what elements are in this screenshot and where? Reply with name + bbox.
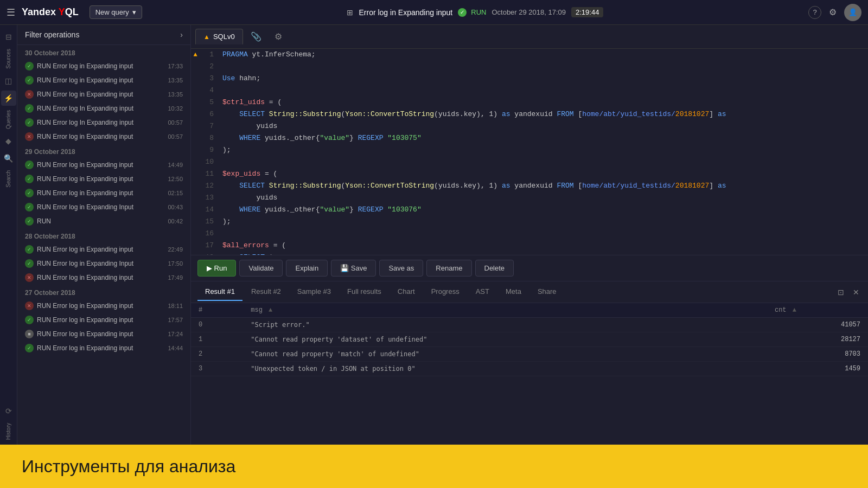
history-item[interactable]: ✓ RUN Error log in Expanding Input 00:43 (17, 200, 190, 214)
editor-toolbar: ▶ Run Validate Explain 💾 Save Save as Re… (191, 255, 868, 281)
tab-settings[interactable]: ⚙ (269, 28, 288, 45)
col-num: # (191, 303, 243, 318)
history-item-time: 13:35 (168, 77, 183, 84)
sidebar-item-sources[interactable]: ⊟ (1, 29, 16, 44)
cell-num: 1 (191, 332, 243, 347)
status-icon: ✕ (25, 301, 34, 310)
explain-button[interactable]: Explain (286, 260, 328, 277)
rename-button[interactable]: Rename (426, 260, 471, 277)
results-table-container[interactable]: # msg ▲ cnt ▲ 0 "Script error." 41057 1 … (191, 303, 868, 376)
history-item[interactable]: ✓ RUN Error log In Expanding input 00:57 (17, 115, 190, 130)
menu-icon[interactable]: ☰ (7, 7, 15, 18)
history-collapse-icon[interactable]: › (180, 30, 183, 39)
history-item-time: 17:49 (168, 274, 183, 281)
table-row[interactable]: 0 "Script error." 41057 (191, 318, 868, 332)
table-row[interactable]: 1 "Cannot read property 'dataset' of und… (191, 332, 868, 347)
status-icon: ✓ (25, 189, 34, 197)
avatar[interactable]: 👤 (844, 4, 861, 21)
history-item[interactable]: ✕ RUN Error log in Expanding input 00:57 (17, 130, 190, 144)
delete-button[interactable]: Delete (475, 260, 514, 277)
history-item-text: RUN Error log in Expanding input (37, 302, 164, 310)
table-row[interactable]: 2 "Cannot read property 'match' of undef… (191, 347, 868, 362)
validate-button[interactable]: Validate (239, 260, 283, 277)
sources-label: Sources (5, 49, 11, 69)
table-row[interactable]: 3 "Unexpected token / in JSON at positio… (191, 362, 868, 376)
history-item[interactable]: ✓ RUN Error log in Expanding input 02:15 (17, 186, 190, 200)
sidebar-item-history[interactable]: ⟳ (1, 403, 16, 419)
run-badge: RUN (458, 8, 486, 17)
tab-attachment[interactable]: 📎 (245, 28, 267, 45)
history-sidebar: Filter operations › 30 October 2018 ✓ RU… (17, 25, 191, 488)
code-editor[interactable]: ▲ 1 PRAGMA yt.InferSchema; 2 3 Use hahn;… (191, 49, 868, 255)
history-item[interactable]: ✓ RUN Error log in Expanding input 17:33 (17, 59, 190, 73)
tab-meta[interactable]: Meta (498, 283, 529, 301)
history-item[interactable]: ✓ RUN Error log in Expanding input 17:57 (17, 313, 190, 327)
save-as-button[interactable]: Save as (379, 260, 423, 277)
tab-sample3[interactable]: Sample #3 (290, 283, 339, 301)
save-button[interactable]: 💾 Save (331, 260, 376, 277)
history-item-time: 14:49 (168, 162, 183, 168)
run-button[interactable]: ▶ Run (197, 260, 236, 277)
history-item-text: RUN Error log in Expanding input (37, 274, 164, 281)
history-item[interactable]: ✓ RUN Error log in Expanding Input 17:50 (17, 256, 190, 271)
table-header-row: # msg ▲ cnt ▲ (191, 303, 868, 318)
history-item[interactable]: ✕ RUN Error log in Expanding input 13:35 (17, 87, 190, 101)
history-item-time: 00:57 (168, 119, 183, 126)
results-tabs: Result #1 Result #2 Sample #3 Full resul… (191, 281, 868, 303)
sidebar-item-queries[interactable]: ⚡ (1, 91, 16, 106)
settings-icon[interactable]: ⚙ (829, 7, 837, 17)
status-icon: ✓ (25, 104, 34, 113)
tab-full-results[interactable]: Full results (340, 283, 389, 301)
history-item[interactable]: ✓ RUN Error log in Expanding input 14:44 (17, 341, 190, 355)
history-title: Filter operations (25, 30, 79, 39)
tab-result2[interactable]: Result #2 (244, 283, 289, 301)
code-line-15: 15 ); (191, 216, 868, 228)
history-item-text: RUN Error log in Expanding input (37, 62, 164, 70)
code-line-13: 13 yuids (191, 192, 868, 204)
history-item[interactable]: ✓ RUN Error log in Expanding input 13:35 (17, 73, 190, 87)
tab-progress[interactable]: Progress (424, 283, 467, 301)
close-icon[interactable]: ✕ (851, 286, 861, 299)
date-str: October 29 2018, 17:09 (492, 8, 566, 16)
tab-ast[interactable]: AST (468, 283, 497, 301)
tab-sqlv0[interactable]: ▲ SQLv0 (195, 29, 243, 44)
results-table: # msg ▲ cnt ▲ 0 "Script error." 41057 1 … (191, 303, 868, 376)
history-item[interactable]: ✓ RUN 00:42 (17, 214, 190, 228)
sort-icon-msg: ▲ (269, 306, 272, 314)
history-item[interactable]: ✓ RUN Error log in Expanding input 14:49 (17, 158, 190, 172)
main-layout: ⊟ Sources ◫ ⚡ Queries ◆ 🔍 Search ⟳ Histo… (0, 25, 868, 488)
banner-text: Инструменты для анализа (22, 457, 235, 477)
sidebar-item-tables[interactable]: ◫ (1, 73, 16, 88)
history-list[interactable]: 30 October 2018 ✓ RUN Error log in Expan… (17, 45, 190, 488)
new-query-button[interactable]: New query ▾ (90, 5, 142, 19)
cell-msg: "Cannot read property 'match' of undefin… (243, 347, 767, 362)
history-item-text: RUN Error log in Expanding input (37, 91, 164, 98)
tab-sqlv0-label: SQLv0 (213, 33, 235, 41)
sidebar-item-udfs[interactable]: ◆ (1, 133, 16, 149)
history-item[interactable]: ✕ RUN Error log in Expanding input 17:49 (17, 271, 190, 285)
tab-share[interactable]: Share (530, 283, 564, 301)
history-item[interactable]: ✕ RUN Error log in Expanding input 18:11 (17, 299, 190, 313)
history-item[interactable]: ✓ RUN Error log in Expanding input 22:49 (17, 242, 190, 256)
help-icon[interactable]: ? (808, 6, 821, 19)
status-icon: ✕ (25, 273, 34, 282)
cell-msg: "Unexpected token / in JSON at position … (243, 362, 767, 376)
tab-result1[interactable]: Result #1 (197, 283, 242, 301)
tab-chart[interactable]: Chart (390, 283, 423, 301)
history-item-time: 13:35 (168, 91, 183, 98)
history-item-text: RUN Error log in Expanding input (37, 189, 164, 197)
code-line-8: 8 WHERE yuids._other{"value"} REGEXP "10… (191, 132, 868, 144)
chevron-down-icon: ▾ (132, 8, 136, 16)
history-item[interactable]: ■ RUN Error log in Expanding input 17:24 (17, 327, 190, 341)
queries-icon: ⚡ (4, 94, 13, 102)
expand-icon[interactable]: ⊡ (835, 286, 846, 299)
history-item-text: RUN Error log In Expanding input (37, 119, 164, 126)
cell-msg: "Cannot read property 'dataset' of undef… (243, 332, 767, 347)
status-icon: ✓ (25, 160, 34, 169)
cell-msg: "Script error." (243, 318, 767, 332)
sidebar-item-search[interactable]: 🔍 (1, 151, 16, 166)
history-item[interactable]: ✓ RUN Error log in Expanding input 12:50 (17, 172, 190, 186)
logo: Yandex YQL (22, 7, 79, 18)
status-icon: ✓ (25, 203, 34, 211)
history-item[interactable]: ✓ RUN Error log In Expanding input 10:32 (17, 101, 190, 115)
